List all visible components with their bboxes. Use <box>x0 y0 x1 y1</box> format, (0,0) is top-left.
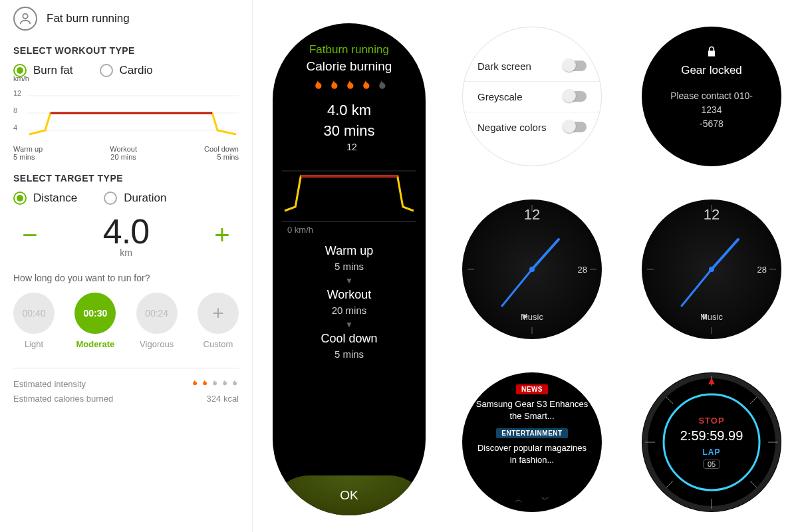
setting-label: Dark screen <box>477 61 531 72</box>
radio-off-icon <box>100 64 113 77</box>
cooldown-label: Cool down <box>204 145 239 153</box>
intensity-label: Custom <box>203 339 233 349</box>
phases-list: Warm up 5 mins ▼ Workout 20 mins ▼ Cool … <box>321 244 377 361</box>
music-widget[interactable]: Music <box>521 312 543 322</box>
setting-negative-colors[interactable]: Negative colors <box>463 112 601 142</box>
intensity-label: Moderate <box>76 339 114 349</box>
intensity-time: 00:24 <box>136 293 178 334</box>
phase-warmup: Warm up <box>325 244 373 258</box>
locked-msg-line: -5678 <box>700 118 724 129</box>
watch-analog-music-pause[interactable]: 12 28 Music <box>642 200 781 339</box>
chevron-down-icon: ▼ <box>345 276 353 285</box>
flames-icon <box>310 79 388 94</box>
watch-faces-grid: Fatburn running Calorie burning 4.0 km 3… <box>253 0 798 532</box>
cooldown-dur: 5 mins <box>204 153 239 161</box>
ytick: 8 <box>13 106 21 114</box>
chart-y-unit: km/h <box>13 74 29 82</box>
radio-cardio[interactable]: Cardio <box>100 64 153 77</box>
lock-icon <box>705 45 718 59</box>
music-widget[interactable]: Music <box>700 312 723 322</box>
plus-icon: + <box>198 293 239 334</box>
watch-stopwatch[interactable]: STOP 2:59:59.99 LAP 05 <box>642 372 781 512</box>
svg-point-11 <box>529 267 535 272</box>
ytick: 4 <box>13 124 21 132</box>
intensity-label: Vigorous <box>140 339 174 349</box>
phase-warmup-dur: 5 mins <box>334 261 364 272</box>
svg-line-26 <box>666 481 673 487</box>
pause-icon <box>700 312 710 321</box>
radio-label: Duration <box>124 192 166 205</box>
news-tag: NEWS <box>516 384 548 394</box>
workout-label: Workout <box>110 145 137 153</box>
chart-y-ticks: 12 8 4 <box>13 89 21 132</box>
toggle-off-icon[interactable] <box>564 61 587 71</box>
est-calories-value: 324 kcal <box>207 394 239 404</box>
flames-icon <box>190 379 239 388</box>
phase-cooldown-dur: 5 mins <box>334 348 364 360</box>
pill-distance: 4.0 km <box>327 100 371 121</box>
workout-dur: 20 mins <box>110 153 137 161</box>
intensity-custom[interactable]: + Custom <box>198 293 239 349</box>
radio-distance[interactable]: Distance <box>13 192 77 205</box>
svg-line-17 <box>682 269 712 306</box>
ok-button[interactable]: OK <box>273 475 426 515</box>
setting-dark-screen[interactable]: Dark screen <box>463 51 601 82</box>
stopwatch-readout: STOP 2:59:59.99 LAP 05 <box>680 416 743 469</box>
intensity-light[interactable]: 00:40 Light <box>13 293 55 349</box>
intensity-moderate[interactable]: 00:30 Moderate <box>74 293 116 349</box>
svg-line-10 <box>502 269 532 306</box>
locked-msg-line: Please contact 010-1234 <box>670 90 753 115</box>
entertainment-tag: ENTERTAINMENT <box>496 428 567 438</box>
chart-ytick-bottom: 0 km/h <box>282 221 416 235</box>
locked-title: Gear locked <box>681 64 742 77</box>
chart-ytick-top: 12 <box>341 142 357 152</box>
watch-analog-music-play[interactable]: 12 28 Music <box>462 200 602 339</box>
intensity-label: Light <box>25 339 43 349</box>
section-workout-type: SELECT WORKOUT TYPE <box>13 45 239 56</box>
watch-fatburn-detail: Fatburn running Calorie burning 4.0 km 3… <box>273 23 426 515</box>
warmup-label: Warm up <box>13 145 43 153</box>
svg-line-27 <box>666 397 673 404</box>
distance-stepper: − 4.0 km + <box>13 211 239 258</box>
toggle-off-icon[interactable] <box>564 122 587 132</box>
watch-pill-panel: Fatburn running Calorie burning 4.0 km 3… <box>273 23 426 515</box>
stepper-number: 4.0 <box>103 211 149 251</box>
chevron-up-icon[interactable]: ︿ <box>515 494 523 505</box>
section-target-type: SELECT TARGET TYPE <box>13 173 239 184</box>
pill-duration: 30 mins <box>323 121 374 142</box>
radio-label: Distance <box>33 192 77 205</box>
svg-marker-29 <box>708 378 715 384</box>
pill-title: Fatburn running <box>309 43 389 57</box>
chevron-down-icon: ▼ <box>345 320 353 329</box>
phone-panel: Fat burn running SELECT WORKOUT TYPE Bur… <box>0 0 253 532</box>
intensity-time: 00:40 <box>13 293 55 334</box>
ok-label: OK <box>340 488 358 503</box>
setting-greyscale[interactable]: Greyscale <box>463 82 601 112</box>
svg-line-25 <box>750 397 757 404</box>
phone-speed-chart: km/h 12 8 4 <box>13 84 239 144</box>
stepper-plus-button[interactable]: + <box>205 220 239 250</box>
radio-duration[interactable]: Duration <box>104 192 166 205</box>
stop-button[interactable]: STOP <box>680 416 743 426</box>
warmup-dur: 5 mins <box>13 153 43 161</box>
chart-x-labels: Warm up5 mins Workout20 mins Cool down5 … <box>13 145 239 161</box>
stepper-value: 4.0 km <box>103 211 149 258</box>
svg-line-16 <box>712 239 738 269</box>
lap-number: 05 <box>703 460 720 469</box>
news-nav: ︿ ﹀ <box>515 494 549 505</box>
target-type-radios: Distance Duration <box>13 192 239 205</box>
watch-news-feed[interactable]: NEWS Samsung Gear S3 Enhances the Smart.… <box>462 372 602 512</box>
lap-button[interactable]: LAP <box>680 448 743 457</box>
watch-accessibility-settings: Dark screen Greyscale Negative colors <box>462 27 602 166</box>
pill-subtitle: Calorie burning <box>307 59 392 74</box>
locked-message: Please contact 010-1234 -5678 <box>642 89 781 131</box>
stepper-minus-button[interactable]: − <box>13 220 47 250</box>
run-duration-prompt: How long do you want to run for? <box>13 273 239 283</box>
avatar-icon <box>13 7 37 31</box>
est-intensity-label: Estimated intensity <box>13 379 86 389</box>
watch-locked[interactable]: Gear locked Please contact 010-1234 -567… <box>642 27 781 166</box>
toggle-off-icon[interactable] <box>564 91 587 102</box>
phase-cooldown: Cool down <box>321 332 377 346</box>
intensity-vigorous[interactable]: 00:24 Vigorous <box>136 293 178 349</box>
chevron-down-icon[interactable]: ﹀ <box>541 494 549 505</box>
